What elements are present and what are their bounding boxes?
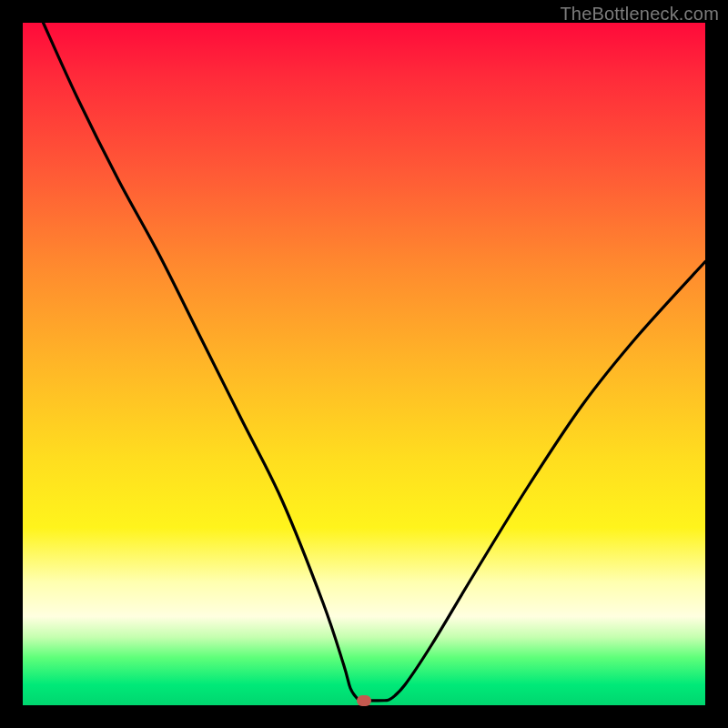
chart-frame: TheBottleneck.com	[0, 0, 728, 728]
plot-area	[23, 23, 705, 705]
watermark-text: TheBottleneck.com	[560, 4, 719, 25]
optimum-marker	[357, 695, 371, 706]
bottleneck-curve	[23, 23, 705, 705]
